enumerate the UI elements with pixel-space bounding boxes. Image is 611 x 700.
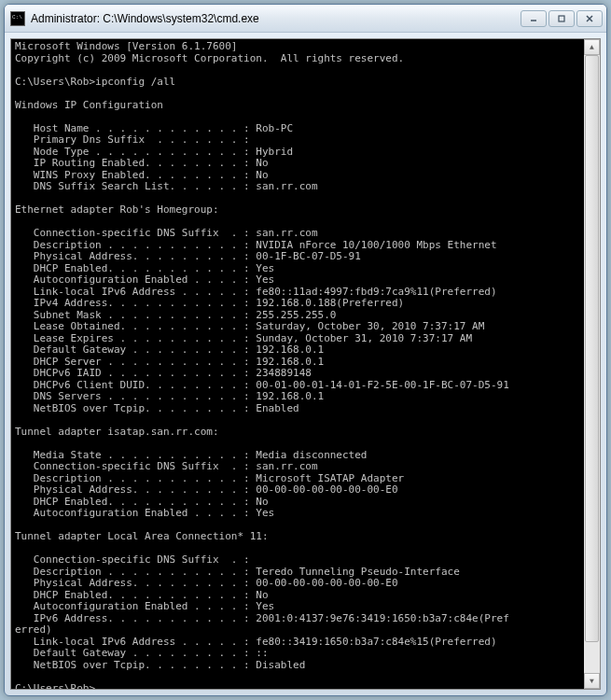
terminal-area: Microsoft Windows [Version 6.1.7600]Copy… [10,38,601,690]
scroll-up-button[interactable]: ▲ [584,39,600,55]
output-line: DNS Suffix Search List. . . . . . : san.… [15,181,580,193]
output-line [15,111,580,123]
output-line: Autoconfiguration Enabled . . . . : Yes [15,508,580,520]
close-button[interactable] [576,10,603,27]
terminal-output[interactable]: Microsoft Windows [Version 6.1.7600]Copy… [11,39,584,689]
output-line [15,414,580,427]
output-line: erred) [15,624,580,637]
output-line: Connection-specific DNS Suffix . : san.r… [15,461,580,473]
section-header: Tunnel adapter isatap.san.rr.com: [15,427,580,439]
output-line: IPv6 Address. . . . . . . . . . . : 2001… [15,613,580,625]
output-line: Autoconfiguration Enabled . . . . : Yes [15,274,580,287]
output-line: Default Gateway . . . . . . . . . : 192.… [15,344,580,357]
output-line: IPv4 Address. . . . . . . . . . . : 192.… [15,298,580,310]
scroll-down-button[interactable]: ▼ [584,673,600,689]
output-line: Physical Address. . . . . . . . . : 00-0… [15,484,580,497]
output-line: Autoconfiguration Enabled . . . . : Yes [15,601,580,613]
prompt-line: C:\Users\Rob>ipconfig /all [15,77,580,89]
scroll-thumb[interactable] [585,55,599,642]
window-controls [521,10,603,27]
output-line: DNS Servers . . . . . . . . . . . : 192.… [15,391,580,403]
maximize-button[interactable] [549,10,575,27]
output-line: NetBIOS over Tcpip. . . . . . . . : Disa… [15,660,580,672]
window-title: Administrator: C:\Windows\system32\cmd.e… [31,12,521,25]
output-line: Default Gateway . . . . . . . . . : :: [15,648,580,660]
output-line [15,64,580,77]
scroll-track[interactable] [584,55,600,673]
output-line: Microsoft Windows [Version 6.1.7600] [15,41,580,53]
vertical-scrollbar[interactable]: ▲ ▼ [584,39,600,689]
output-line: DHCPv6 IAID . . . . . . . . . . . : 2348… [15,368,580,380]
output-line: NetBIOS over Tcpip. . . . . . . . : Enab… [15,403,580,415]
output-line: Lease Obtained. . . . . . . . . . : Satu… [15,321,580,333]
output-line: Connection-specific DNS Suffix . : san.r… [15,228,580,240]
output-line: Primary Dns Suffix . . . . . . . : [15,134,580,147]
prompt-line: C:\Users\Rob> [15,683,580,690]
output-line: Copyright (c) 2009 Microsoft Corporation… [15,53,580,65]
cmd-window: Administrator: C:\Windows\system32\cmd.e… [4,4,607,696]
output-line: Physical Address. . . . . . . . . : 00-1… [15,251,580,263]
section-header: Windows IP Configuration [15,100,580,112]
minimize-button[interactable] [521,10,547,27]
section-header: Ethernet adapter Rob's Homegroup: [15,204,580,217]
svg-rect-1 [559,16,564,21]
section-header: Tunnel adapter Local Area Connection* 11… [15,531,580,543]
output-line: Connection-specific DNS Suffix . : [15,554,580,567]
output-line: IP Routing Enabled. . . . . . . . : No [15,158,580,170]
output-line: Physical Address. . . . . . . . . : 00-0… [15,578,580,590]
titlebar[interactable]: Administrator: C:\Windows\system32\cmd.e… [5,5,606,33]
output-line [15,671,580,683]
output-line [15,88,580,100]
cmd-icon [10,11,25,26]
output-line [15,438,580,450]
